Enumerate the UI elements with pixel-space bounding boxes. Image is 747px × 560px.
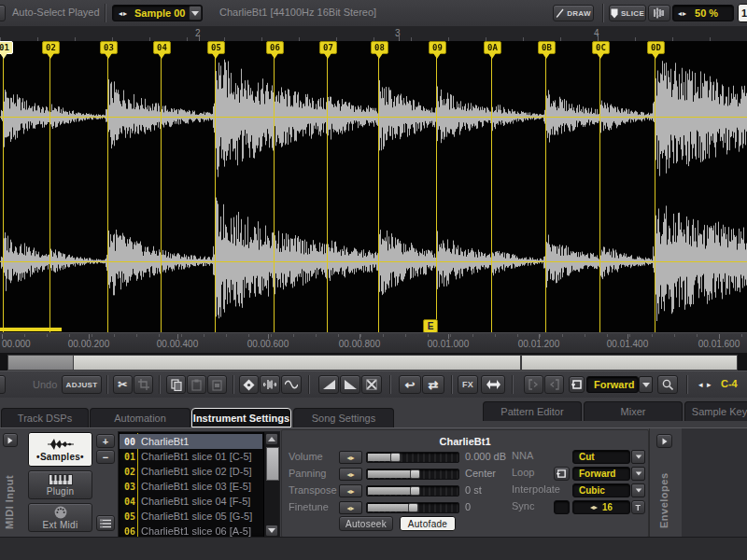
loop-mode-dropdown[interactable] [639, 376, 653, 393]
stepper-panning[interactable]: ◂▸ [339, 468, 362, 481]
generate-wave-button[interactable] [281, 375, 302, 394]
stepper-volume[interactable]: ◂▸ [339, 451, 362, 464]
sample-list-row[interactable]: 01CharlieBt1 slice 01 [C-5] [120, 449, 262, 464]
zoom-control[interactable]: ◂▸ 50 % [672, 5, 734, 21]
midi-input-tab[interactable]: MIDI Input [4, 455, 15, 529]
select-dropdown-interpolate[interactable] [631, 483, 645, 497]
add-sample-button[interactable]: + [96, 434, 115, 448]
slider-thumb[interactable] [410, 469, 420, 479]
loop-fine-edit-button[interactable] [657, 375, 678, 394]
loop-end-marker[interactable]: E [423, 319, 438, 333]
stretch-button[interactable] [260, 375, 280, 394]
crop-button[interactable] [134, 375, 153, 394]
samples-tab-button[interactable]: •Samples• [28, 432, 92, 467]
paste-button[interactable] [187, 375, 206, 394]
tab-pattern-editor[interactable]: Pattern Editor [483, 401, 582, 421]
slice-marker-flag[interactable]: 05 [207, 41, 225, 54]
slider-thumb[interactable] [410, 486, 420, 496]
tab-automation[interactable]: Automation [90, 408, 190, 427]
envelopes-tab[interactable]: Envelopes [658, 458, 669, 528]
slice-marker-flag[interactable]: 06 [266, 41, 284, 54]
stepper-finetune[interactable]: ◂▸ [339, 501, 362, 514]
cut-button[interactable]: ✂ [113, 375, 133, 394]
sample-list[interactable]: 00CharlieBt101CharlieBt1 slice 01 [C-5]0… [118, 431, 280, 539]
slice-marker-flag[interactable]: 0A [484, 41, 501, 54]
base-note-value[interactable]: C-4 [721, 378, 738, 389]
apply-dsp-button[interactable] [481, 375, 505, 394]
sample-list-row[interactable]: 00CharlieBt1 [120, 434, 262, 449]
loop-icon-button[interactable] [554, 467, 570, 481]
slice-marker-flag[interactable]: 07 [319, 41, 337, 54]
delete-sample-button[interactable]: − [96, 450, 115, 464]
slider-volume[interactable] [366, 452, 459, 463]
envelopes-expand-button[interactable] [656, 434, 672, 448]
loop-end-button[interactable] [544, 375, 564, 394]
fade-out-button[interactable] [340, 375, 360, 394]
slider-transpose[interactable] [366, 485, 459, 497]
swap-channels-button[interactable]: ⇄ [422, 375, 444, 394]
scroll-down-button[interactable] [265, 525, 278, 537]
autofade-button[interactable]: Autofade [400, 516, 456, 531]
sample-list-row[interactable]: 05CharlieBt1 slice 05 [G-5] [120, 509, 262, 524]
zoom-arrows[interactable]: ◂▸ [678, 9, 687, 18]
slider-thumb[interactable] [408, 503, 418, 512]
slice-marker-flag[interactable]: 0D [647, 41, 665, 54]
autoseek-button[interactable]: Autoseek [339, 516, 393, 531]
slice-marker-flag[interactable]: 04 [153, 41, 171, 54]
slice-marker-flag[interactable]: 03 [100, 41, 118, 54]
fade-in-button[interactable] [318, 375, 339, 394]
select-dropdown-nna[interactable] [631, 450, 645, 464]
slice-marker-flag[interactable]: 0C [592, 41, 610, 54]
fx-button[interactable]: FX [458, 375, 478, 394]
tab-mixer[interactable]: Mixer [584, 401, 683, 421]
waveform-display[interactable] [0, 41, 747, 332]
sample-list-row[interactable]: 03CharlieBt1 slice 03 [E-5] [120, 479, 262, 494]
slider-panning[interactable] [366, 469, 459, 480]
slice-marker-flag[interactable]: 08 [371, 41, 388, 54]
undo-label[interactable]: Undo [33, 379, 57, 390]
slider-thumb[interactable] [390, 453, 401, 462]
ext-midi-tab-button[interactable]: Ext Midi [28, 503, 92, 532]
sync-checkbox[interactable] [554, 500, 570, 514]
auto-select-played-label[interactable]: Auto-Select Played [12, 7, 100, 18]
stepper-transpose[interactable]: ◂▸ [339, 484, 362, 497]
tab-track-dsps[interactable]: Track DSPs [1, 408, 89, 427]
sync-t-button[interactable]: T [631, 500, 645, 514]
selection-bar[interactable] [0, 328, 62, 331]
sample-dropdown-button[interactable] [189, 6, 202, 21]
slice-marker-flag[interactable]: 02 [42, 41, 60, 54]
loop-toggle-button[interactable] [569, 376, 585, 393]
loop-mode-select[interactable]: Forward [586, 376, 639, 393]
waveform-scrollbar[interactable] [0, 353, 747, 371]
scrollbar-thumb[interactable] [73, 355, 738, 371]
sample-list-row[interactable]: 04CharlieBt1 slice 04 [F-5] [120, 494, 262, 509]
tab-instrument-settings[interactable]: Instrument Settings [191, 408, 291, 427]
sync-value-stepper[interactable]: ◂▸16 [572, 500, 630, 514]
cropped-button-fragment[interactable] [0, 5, 6, 21]
cropped-zoom-fragment[interactable]: 1 [738, 4, 747, 22]
select-interpolate[interactable]: Cubic [572, 483, 630, 497]
tab-song-settings[interactable]: Song Settings [293, 408, 394, 427]
prev-sample-arrow[interactable]: ◂▸ [119, 9, 128, 18]
beat-ruler[interactable]: 234 [0, 26, 747, 42]
tab-sample-key[interactable]: Sample Key [684, 401, 747, 421]
draw-button[interactable]: DRAW [553, 5, 594, 21]
slice-marker-flag[interactable]: 01 [0, 41, 13, 54]
scroll-thumb[interactable] [266, 447, 279, 481]
midi-input-expand-button[interactable] [3, 433, 18, 447]
sample-list-row[interactable]: 02CharlieBt1 slice 02 [D-5] [120, 464, 262, 479]
loop-start-button[interactable] [524, 375, 543, 394]
silence-button[interactable] [361, 375, 382, 394]
reverse-button[interactable]: ↩ [399, 375, 421, 394]
slice-marker-flag[interactable]: 0B [538, 41, 556, 54]
cropped-button-fragment[interactable] [0, 375, 6, 394]
sample-selector-value[interactable]: Sample 00 [134, 7, 185, 19]
select-loop[interactable]: Forward [572, 467, 630, 481]
plugin-tab-button[interactable]: Plugin [28, 470, 92, 499]
select-nna[interactable]: Cut [572, 450, 630, 464]
select-dropdown-loop[interactable] [631, 467, 645, 481]
copy-button[interactable] [166, 375, 186, 394]
slice-snap-button[interactable] [648, 5, 670, 21]
slice-button[interactable]: SLICE [609, 5, 646, 21]
time-ruler[interactable]: 00.00000.00.20000.00.40000.00.60000.00.8… [0, 332, 747, 354]
